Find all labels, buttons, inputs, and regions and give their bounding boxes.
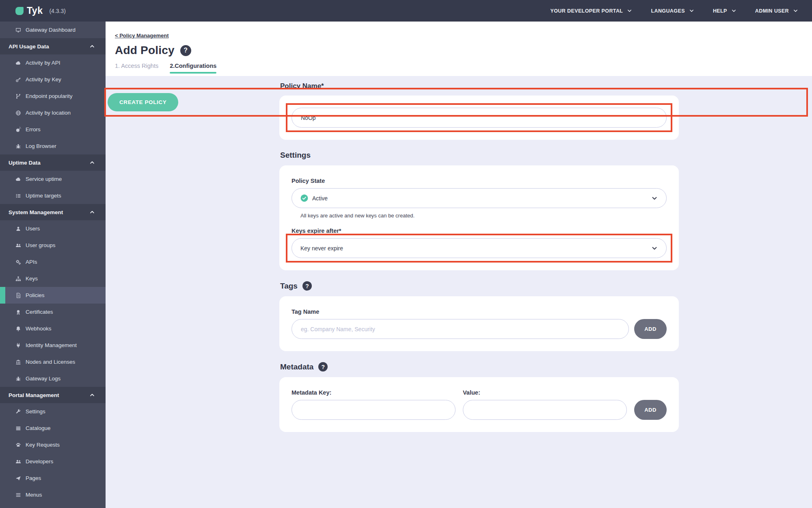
bug-icon — [15, 376, 21, 382]
sidebar-item-user-groups[interactable]: User groups — [0, 237, 106, 254]
sidebar-item-apis[interactable]: APIs — [0, 254, 106, 270]
policy-icon — [15, 293, 21, 298]
menu-admin-user[interactable]: ADMIN USER — [755, 8, 798, 14]
sidebar-item-uptime-targets[interactable]: Uptime targets — [0, 187, 106, 204]
sidebar-section-api-usage-data[interactable]: API Usage Data — [0, 38, 106, 54]
menu-developer-portal[interactable]: YOUR DEVELOPER PORTAL — [550, 8, 632, 14]
plug-icon — [15, 343, 21, 348]
create-policy-button[interactable]: CREATE POLICY — [108, 93, 178, 111]
menu-help[interactable]: HELP — [713, 8, 736, 14]
sidebar-item-label: Endpoint popularity — [26, 93, 73, 99]
sidebar-item-identity-management[interactable]: Identity Management — [0, 337, 106, 354]
tag-name-label: Tag Name — [292, 308, 667, 315]
chevron-down-icon — [627, 8, 632, 13]
menu-languages[interactable]: LANGUAGES — [651, 8, 694, 14]
sidebar-item-label: Uptime targets — [26, 193, 61, 199]
check-circle-icon — [300, 194, 308, 202]
tab-access-rights[interactable]: 1. Access Rights — [115, 63, 158, 74]
policy-state-select[interactable]: Active — [292, 188, 667, 208]
add-tag-button[interactable]: ADD — [634, 319, 667, 339]
sidebar-section-uptime-data[interactable]: Uptime Data — [0, 154, 106, 171]
section-label: API Usage Data — [9, 43, 49, 50]
sidebar-item-errors[interactable]: Errors — [0, 121, 106, 138]
help-icon[interactable]: ? — [318, 362, 328, 371]
menu-label: ADMIN USER — [755, 8, 789, 14]
paper-plane-icon — [15, 475, 21, 481]
settings-card: Policy State Active All keys are active … — [279, 165, 679, 270]
sidebar-item-developers[interactable]: Developers — [0, 453, 106, 470]
sidebar-item-gateway-logs[interactable]: Gateway Logs — [0, 370, 106, 387]
sidebar-item-users[interactable]: Users — [0, 220, 106, 237]
sidebar-item-gateway-dashboard[interactable]: Gateway Dashboard — [0, 22, 106, 38]
sidebar-item-label: APIs — [26, 259, 37, 265]
brand-name: Tyk — [27, 5, 43, 16]
chevron-down-icon — [793, 8, 798, 13]
sidebar-item-label: Policies — [26, 292, 45, 298]
metadata-value-input[interactable] — [463, 400, 627, 420]
policy-state-label: Policy State — [292, 178, 667, 184]
sidebar-item-endpoint-popularity[interactable]: Endpoint popularity — [0, 88, 106, 104]
section-label: System Management — [9, 209, 63, 215]
sidebar-item-activity-by-key[interactable]: Activity by Key — [0, 71, 106, 88]
policy-name-label: Policy Name* — [280, 82, 679, 90]
sidebar-item-nodes-and-licenses[interactable]: Nodes and Licenses — [0, 354, 106, 370]
cloud-icon — [15, 60, 21, 66]
sidebar-item-activity-by-api[interactable]: Activity by API — [0, 54, 106, 71]
sidebar-item-service-uptime[interactable]: Service uptime — [0, 171, 106, 187]
sidebar-item-webhooks[interactable]: Webhooks — [0, 320, 106, 337]
brand[interactable]: Tyk (4.3.3) — [15, 5, 66, 16]
sidebar-section-portal-management[interactable]: Portal Management — [0, 387, 106, 403]
topbar: Tyk (4.3.3) YOUR DEVELOPER PORTAL LANGUA… — [0, 0, 812, 22]
paw-icon — [15, 442, 21, 448]
sidebar-item-policies[interactable]: Policies — [0, 287, 106, 304]
policy-state-value: Active — [312, 195, 328, 202]
sidebar-item-label: Gateway Dashboard — [26, 27, 76, 33]
version-label: (4.3.3) — [49, 8, 65, 14]
stack-icon — [15, 426, 21, 431]
breadcrumb[interactable]: < Policy Management — [115, 33, 169, 39]
sidebar-item-log-browser[interactable]: Log Browser — [0, 138, 106, 154]
tag-name-input[interactable] — [292, 319, 629, 339]
section-label: Uptime Data — [9, 160, 41, 166]
list-icon — [15, 193, 21, 199]
bug-icon — [15, 143, 21, 149]
chevron-down-icon — [689, 8, 694, 13]
sidebar-item-certificates[interactable]: Certificates — [0, 304, 106, 320]
sidebar-item-label: Nodes and Licenses — [26, 359, 75, 365]
sidebar-item-key-requests[interactable]: Key Requests — [0, 436, 106, 453]
chevron-up-icon — [89, 43, 95, 49]
key-icon — [15, 77, 21, 82]
chevron-down-icon — [651, 245, 658, 252]
sitemap-icon — [15, 276, 21, 282]
sidebar-item-pages[interactable]: Pages — [0, 470, 106, 486]
metadata-heading: Metadata — [280, 363, 313, 371]
metadata-key-label: Metadata Key: — [292, 389, 456, 396]
sidebar-section-system-management[interactable]: System Management — [0, 204, 106, 220]
bank-icon — [15, 359, 21, 365]
chevron-up-icon — [89, 160, 95, 165]
keys-expire-label: Keys expire after* — [292, 228, 667, 234]
sidebar-item-label: Webhooks — [26, 326, 52, 332]
add-metadata-button[interactable]: ADD — [634, 400, 667, 420]
sidebar-item-label: Catalogue — [26, 425, 51, 431]
sidebar-item-activity-by-location[interactable]: Activity by location — [0, 104, 106, 121]
sidebar-item-keys[interactable]: Keys — [0, 270, 106, 287]
keys-expire-select[interactable]: Key never expire — [292, 238, 667, 258]
help-icon[interactable]: ? — [180, 45, 191, 56]
create-policy-wrap: CREATE POLICY — [108, 93, 805, 111]
metadata-key-input[interactable] — [292, 400, 456, 420]
cloud-icon — [15, 176, 21, 182]
tabs: 1. Access Rights 2.Configurations — [115, 63, 812, 74]
sidebar-item-catalogue[interactable]: Catalogue — [0, 420, 106, 436]
sidebar-item-label: Developers — [26, 458, 53, 465]
sidebar-item-label: Certificates — [26, 309, 53, 315]
help-icon[interactable]: ? — [302, 281, 312, 291]
globe-icon — [15, 110, 21, 116]
sidebar-item-label: Activity by Key — [26, 76, 61, 82]
sidebar-item-menus[interactable]: Menus — [0, 486, 106, 503]
tab-configurations[interactable]: 2.Configurations — [170, 63, 216, 74]
section-label: Portal Management — [9, 392, 59, 398]
sidebar-item-settings[interactable]: Settings — [0, 403, 106, 420]
sidebar-item-label: Pages — [26, 475, 41, 481]
sidebar-item-label: Activity by location — [26, 110, 71, 116]
